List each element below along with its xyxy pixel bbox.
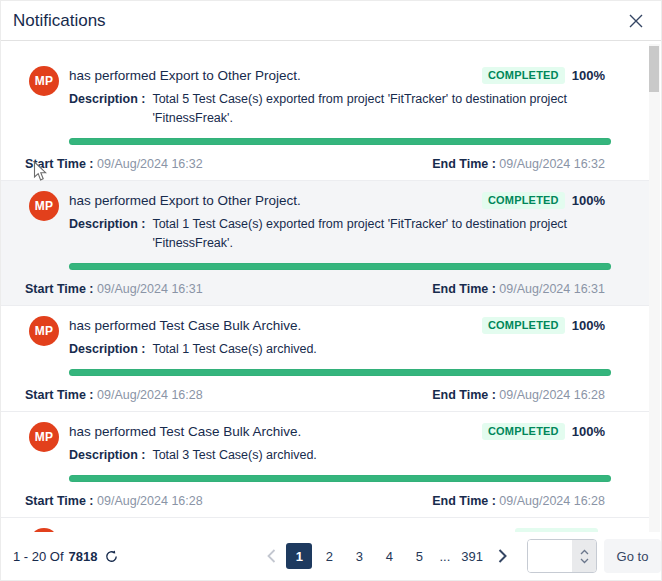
end-time-value: 09/Aug/2024 16:28	[499, 388, 605, 402]
page-button-2[interactable]: 2	[316, 543, 342, 569]
notification-action-text: has performed Test Case Bulk Archive.	[69, 422, 301, 441]
page-button-3[interactable]: 3	[346, 543, 372, 569]
range-text: 1 - 20 Of	[13, 549, 64, 564]
page-button-4[interactable]: 4	[376, 543, 402, 569]
status-badge: COMPLETED	[482, 423, 565, 440]
start-time-label: Start Time :	[25, 388, 94, 402]
end-time: End Time : 09/Aug/2024 16:32	[432, 156, 605, 173]
end-time: End Time : 09/Aug/2024 16:31	[432, 281, 605, 298]
next-page-button[interactable]	[491, 543, 513, 569]
description-label: Description :	[69, 215, 145, 253]
scrollbar-track[interactable]	[649, 44, 660, 534]
scrollbar-thumb[interactable]	[649, 46, 659, 92]
end-time-label: End Time :	[432, 157, 496, 171]
description-text: Total 5 Test Case(s) exported from proje…	[152, 90, 604, 128]
go-to-button[interactable]: Go to	[604, 539, 661, 573]
end-time: End Time : 09/Aug/2024 16:28	[432, 493, 605, 510]
chevron-left-icon	[267, 549, 276, 563]
start-time-value: 09/Aug/2024 16:28	[97, 388, 203, 402]
page-ellipsis: ...	[436, 549, 453, 564]
progress-percent: 100%	[572, 422, 605, 441]
end-time-label: End Time :	[432, 388, 496, 402]
page-number-stepper[interactable]	[527, 539, 597, 573]
progress-percent: 100%	[572, 66, 605, 85]
progress-percent: 100%	[572, 191, 605, 210]
footer-bar: 1 - 20 Of 7818 1 2 3 4 5 ... 391	[1, 532, 662, 580]
start-time-label: Start Time :	[25, 282, 94, 296]
progress-bar	[69, 263, 611, 270]
page-button-1[interactable]: 1	[286, 543, 312, 569]
page-button-5[interactable]: 5	[406, 543, 432, 569]
description-label: Description :	[69, 90, 145, 128]
progress-bar	[69, 138, 611, 145]
end-time-value: 09/Aug/2024 16:32	[499, 157, 605, 171]
notification-action-text: has performed Test Case Bulk Archive.	[69, 316, 301, 335]
page-button-last[interactable]: 391	[457, 543, 487, 569]
stepper-arrows[interactable]	[572, 540, 596, 572]
pagination: 1 2 3 4 5 ... 391	[260, 543, 513, 569]
progress-bar	[69, 475, 611, 482]
end-time-label: End Time :	[432, 494, 496, 508]
panel-header: Notifications	[1, 1, 661, 41]
close-icon	[629, 14, 643, 28]
chevron-right-icon	[498, 549, 507, 563]
start-time-value: 09/Aug/2024 16:28	[97, 494, 203, 508]
avatar: MP	[29, 191, 59, 221]
avatar: MP	[29, 66, 59, 96]
progress-percent: 100%	[572, 316, 605, 335]
total-count: 7818	[69, 549, 98, 564]
goto-controls: Go to	[527, 539, 661, 573]
notifications-panel: { "header": { "title": "Notifications" }…	[0, 0, 662, 581]
notifications-list: MP has performed Export to Other Project…	[1, 42, 651, 534]
end-time-label: End Time :	[432, 282, 496, 296]
panel-title: Notifications	[13, 11, 106, 31]
start-time: Start Time : 09/Aug/2024 16:31	[25, 281, 203, 298]
end-time-value: 09/Aug/2024 16:31	[499, 282, 605, 296]
start-time-value: 09/Aug/2024 16:31	[97, 282, 203, 296]
status-badge: COMPLETED	[482, 192, 565, 209]
notification-item[interactable]: MP has performed Test Case Bulk Archive.…	[1, 412, 651, 518]
record-range: 1 - 20 Of 7818	[13, 549, 118, 564]
start-time: Start Time : 09/Aug/2024 16:32	[25, 156, 203, 173]
start-time: Start Time : 09/Aug/2024 16:28	[25, 493, 203, 510]
prev-page-button[interactable]	[260, 543, 282, 569]
end-time-value: 09/Aug/2024 16:28	[499, 494, 605, 508]
chevron-down-icon	[580, 558, 589, 564]
start-time: Start Time : 09/Aug/2024 16:28	[25, 387, 203, 404]
description-label: Description :	[69, 340, 145, 359]
start-time-label: Start Time :	[25, 494, 94, 508]
avatar: MP	[29, 422, 59, 452]
notification-item[interactable]: MP has performed Export to Other Project…	[1, 181, 651, 306]
notification-action-text: has performed Export to Other Project.	[69, 191, 301, 210]
status-badge: COMPLETED	[482, 67, 565, 84]
notification-action-text: has performed Export to Other Project.	[69, 66, 301, 85]
avatar: MP	[29, 316, 59, 346]
notification-item[interactable]: MP has performed Test Case Bulk Archive.…	[1, 306, 651, 412]
description-text: Total 1 Test Case(s) archived.	[152, 340, 316, 359]
page-number-input[interactable]	[528, 540, 572, 572]
refresh-icon	[105, 550, 118, 563]
start-time-label: Start Time :	[25, 157, 94, 171]
status-badge: COMPLETED	[482, 317, 565, 334]
description-label: Description :	[69, 446, 145, 465]
close-button[interactable]	[625, 10, 647, 32]
description-text: Total 3 Test Case(s) archived.	[152, 446, 316, 465]
end-time: End Time : 09/Aug/2024 16:28	[432, 387, 605, 404]
notification-item[interactable]: MP has performed Export to Other Project…	[1, 56, 651, 181]
progress-bar	[69, 369, 611, 376]
start-time-value: 09/Aug/2024 16:32	[97, 157, 203, 171]
refresh-button[interactable]	[105, 550, 118, 563]
description-text: Total 1 Test Case(s) exported from proje…	[152, 215, 604, 253]
chevron-up-icon	[580, 549, 589, 555]
